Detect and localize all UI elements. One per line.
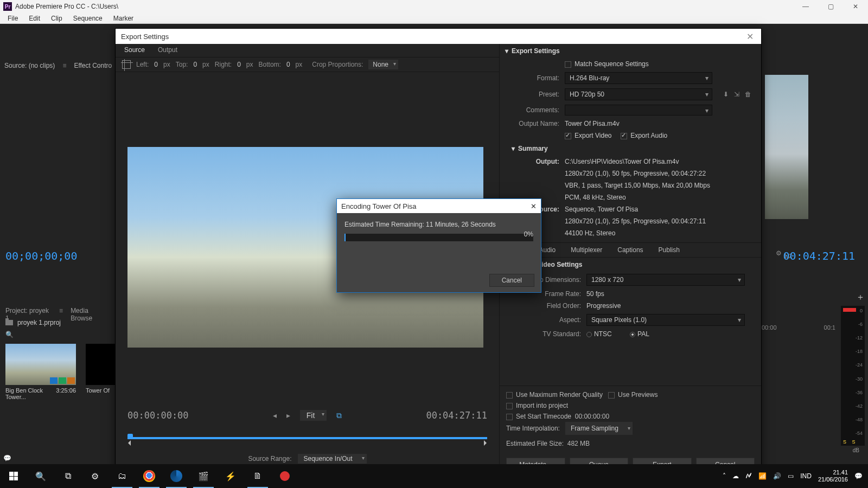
summary-header[interactable]: ▾ Summary [500, 142, 761, 156]
settings-button[interactable]: ⚙ [81, 464, 108, 488]
window-minimize-button[interactable]: — [793, 0, 818, 13]
window-close-button[interactable]: ✕ [843, 0, 868, 13]
audio-peak-indicator [843, 308, 856, 312]
crop-proportions-dropdown[interactable]: None [368, 60, 398, 69]
window-maximize-button[interactable]: ▢ [818, 0, 843, 13]
tray-notifications-icon[interactable]: 💬 [854, 472, 863, 480]
format-dropdown[interactable]: H.264 Blu-ray [565, 72, 712, 84]
step-back-icon[interactable]: ◂ [273, 411, 277, 420]
crop-icon[interactable] [122, 60, 131, 69]
bin-item[interactable]: Big Ben Clock Tower...3:25:06 [5, 344, 76, 400]
import-preset-icon[interactable]: ⇲ [734, 91, 739, 98]
taskbar-app-record[interactable] [271, 464, 298, 488]
bin-thumbnail [5, 344, 76, 385]
export-out-timecode[interactable]: 00:04:27:11 [426, 410, 487, 421]
tray-battery-icon[interactable]: 🗲 [745, 472, 752, 480]
tab-source-monitor[interactable]: Source: (no clips) [4, 62, 55, 73]
crop-top[interactable]: 0 [193, 61, 197, 68]
ntsc-radio[interactable] [586, 332, 592, 337]
preset-dropdown[interactable]: HD 720p 50 [565, 88, 712, 100]
taskbar-app-explorer[interactable]: 🗂 [108, 464, 136, 488]
source-panel-tabs: Source: (no clips) ≡ Effect Contro [4, 62, 112, 73]
use-max-render-checkbox[interactable] [506, 392, 513, 399]
project-filename: proyek 1.prproj [17, 319, 61, 326]
frame-rate-value: 50 fps [586, 290, 756, 298]
tab-publish[interactable]: Publish [651, 243, 687, 257]
bin-item[interactable]: Tower Of [86, 344, 113, 400]
taskbar-search-button[interactable]: 🔍 [27, 464, 54, 488]
program-monitor-preview [765, 75, 808, 219]
export-range-bar[interactable] [127, 425, 487, 447]
taskbar-app-premiere[interactable]: 🎬 [190, 464, 217, 488]
tray-action-center-icon[interactable]: ▭ [788, 472, 794, 480]
tab-effect-controls[interactable]: Effect Contro [74, 62, 112, 73]
taskbar-app-winamp[interactable]: ⚡ [217, 464, 244, 488]
encoding-percent: 0% [524, 230, 533, 238]
encoding-dialog-close-button[interactable]: ✕ [531, 202, 537, 210]
app-icon: Pr [3, 2, 12, 11]
export-video-checkbox[interactable] [565, 133, 571, 139]
tray-volume-icon[interactable]: 🔊 [773, 472, 781, 480]
audio-meter: 0-6-12 -18-24-30 -36-42-48 -54 S S [841, 306, 865, 446]
crop-bottom[interactable]: 0 [286, 61, 290, 68]
output-name-link[interactable]: Tower Of Pisa.m4v [565, 120, 756, 127]
use-previews-checkbox[interactable] [608, 392, 615, 399]
taskbar-app-chrome[interactable] [136, 464, 163, 488]
taskbar-app-notepad[interactable]: 🗎 [244, 464, 271, 488]
crop-left[interactable]: 0 [154, 61, 158, 68]
export-audio-checkbox[interactable] [621, 133, 627, 139]
task-view-button[interactable]: ⧉ [54, 464, 81, 488]
import-project-checkbox[interactable] [506, 403, 513, 409]
menu-edit[interactable]: Edit [23, 14, 46, 23]
pal-radio[interactable] [630, 332, 635, 337]
project-panel: Project: proyek 1≡ Media Browse proyek 1… [0, 305, 115, 455]
source-range-row: Source Range: Sequence In/Out [116, 452, 499, 465]
set-start-tc-checkbox[interactable] [506, 414, 513, 420]
save-preset-icon[interactable]: ⬇ [723, 91, 729, 98]
match-sequence-checkbox[interactable] [565, 61, 571, 68]
source-range-dropdown[interactable]: Sequence In/Out [298, 454, 366, 464]
export-bottom-options: Use Maximum Render Quality Use Previews … [500, 386, 761, 452]
menu-marker[interactable]: Marker [108, 14, 139, 23]
export-dialog-titlebar[interactable]: Export Settings ✕ [116, 29, 761, 44]
sequence-timecode: 00:04:27:11 [783, 249, 855, 262]
menu-sequence[interactable]: Sequence [68, 14, 108, 23]
audio-meter-scale: 0-6-12 -18-24-30 -36-42-48 -54 [856, 308, 863, 436]
encoding-cancel-button[interactable]: Cancel [489, 274, 534, 287]
delete-preset-icon[interactable]: 🗑 [745, 91, 751, 98]
tray-wifi-icon[interactable]: 📶 [758, 472, 767, 480]
tray-clock[interactable]: 21.4121/06/2016 [818, 469, 848, 483]
aspect-lock-icon[interactable]: ⧉ [336, 411, 342, 420]
tab-project[interactable]: Project: proyek 1 [5, 307, 52, 317]
tray-chevron-icon[interactable]: ˄ [723, 472, 726, 480]
tab-source[interactable]: Source [124, 46, 145, 57]
add-track-button[interactable]: ＋ [856, 292, 865, 303]
audio-solo-indicator: S S [843, 439, 858, 445]
tab-output[interactable]: Output [158, 46, 177, 57]
menu-clip[interactable]: Clip [46, 14, 68, 23]
tray-onedrive-icon[interactable]: ☁ [732, 472, 739, 480]
export-in-timecode[interactable]: 00:00:00:00 [127, 410, 189, 421]
export-dialog-close-button[interactable]: ✕ [744, 31, 756, 42]
video-dimensions-dropdown[interactable]: 1280 x 720 [586, 274, 745, 286]
export-settings-header[interactable]: ▾ Export Settings [500, 44, 761, 58]
menu-file[interactable]: File [2, 14, 23, 23]
tab-captions[interactable]: Captions [610, 243, 650, 257]
tab-media-browser[interactable]: Media Browse [71, 307, 110, 317]
fit-dropdown[interactable]: Fit [300, 410, 327, 421]
aspect-dropdown[interactable]: Square Pixels (1.0) [586, 314, 745, 326]
timeline-ruler: 00:0000:1 [762, 324, 835, 331]
tab-multiplexer[interactable]: Multiplexer [563, 243, 610, 257]
start-button[interactable] [0, 464, 27, 488]
step-fwd-icon[interactable]: ▸ [286, 411, 290, 420]
bin-name: Big Ben Clock Tower... [5, 387, 56, 400]
system-tray: ˄ ☁ 🗲 📶 🔊 ▭ IND 21.4121/06/2016 💬 [723, 469, 868, 483]
time-interpolation-dropdown[interactable]: Frame Sampling [565, 422, 633, 435]
taskbar-app-media[interactable] [163, 464, 190, 488]
encoding-dialog-titlebar[interactable]: Encoding Tower Of Pisa ✕ [337, 199, 541, 213]
crop-right[interactable]: 0 [237, 61, 241, 68]
audio-db-label: dB [853, 447, 859, 453]
tray-language[interactable]: IND [800, 472, 812, 480]
search-icon[interactable]: 🔍 [5, 331, 14, 338]
comments-field[interactable] [565, 105, 712, 115]
